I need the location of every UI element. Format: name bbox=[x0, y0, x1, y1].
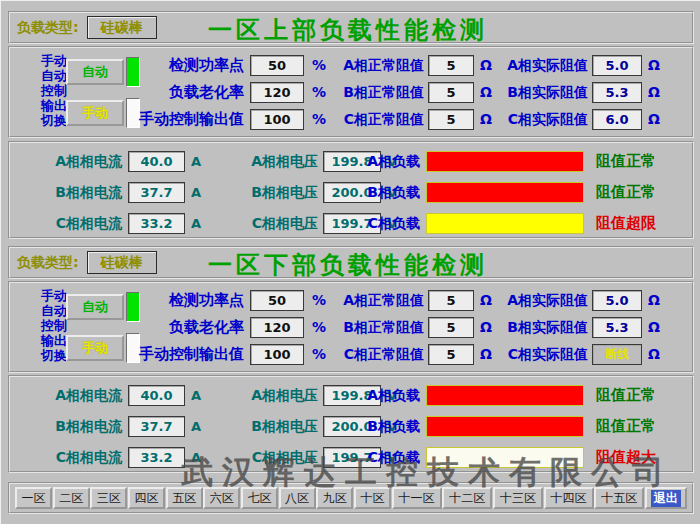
load-type-button[interactable]: 硅碳棒 bbox=[87, 16, 157, 39]
tab-zone-11[interactable]: 十一区 bbox=[392, 487, 442, 509]
load-label: A相负载 bbox=[340, 385, 420, 406]
tab-zone-2[interactable]: 二区 bbox=[53, 487, 90, 509]
current-readout: 37.7 bbox=[128, 182, 185, 203]
current-label: A相相电流 bbox=[10, 385, 122, 406]
measure-row: B相相电流 37.7 A B相相电压 200.0 V B相负载 阻值正常 bbox=[10, 182, 692, 203]
setting-input[interactable]: 120 bbox=[250, 82, 304, 103]
current-readout: 33.2 bbox=[128, 213, 185, 234]
normal-res-input[interactable]: 5 bbox=[428, 82, 474, 103]
ohm-unit: Ω bbox=[648, 82, 660, 103]
actual-res-label: C相实际阻值 bbox=[496, 344, 588, 365]
ampere-unit: A bbox=[191, 447, 201, 468]
tab-zone-9[interactable]: 九区 bbox=[316, 487, 353, 509]
section2-header-panel: 负载类型: 硅碳棒 一区下部负载性能检测 bbox=[8, 246, 694, 279]
load-bar bbox=[426, 213, 584, 234]
ampere-unit: A bbox=[191, 416, 201, 437]
setting-label: 检测功率点 bbox=[10, 290, 244, 311]
load-bar-fill bbox=[427, 183, 583, 203]
tab-zone-3[interactable]: 三区 bbox=[90, 487, 127, 509]
tab-zone-7[interactable]: 七区 bbox=[241, 487, 278, 509]
voltage-label: A相相电压 bbox=[210, 385, 318, 406]
tab-zone-6[interactable]: 六区 bbox=[203, 487, 240, 509]
normal-res-input[interactable]: 5 bbox=[428, 109, 474, 130]
tab-zone-12[interactable]: 十二区 bbox=[442, 487, 492, 509]
measure-row: C相相电流 33.2 A C相相电压 199.7 V C相负载 阻值超限 bbox=[10, 213, 692, 234]
setting-label: 负载老化率 bbox=[10, 317, 244, 338]
normal-res-input[interactable]: 5 bbox=[428, 317, 474, 338]
normal-res-label: A相正常阻值 bbox=[328, 290, 424, 311]
load-type-label: 负载类型: bbox=[17, 19, 79, 37]
tab-zone-15[interactable]: 十五区 bbox=[594, 487, 644, 509]
ampere-unit: A bbox=[191, 213, 201, 234]
percent-unit: % bbox=[312, 290, 326, 311]
normal-res-input[interactable]: 5 bbox=[428, 344, 474, 365]
normal-res-input[interactable]: 5 bbox=[428, 290, 474, 311]
setting-label: 手动控制输出值 bbox=[10, 109, 244, 130]
setting-input[interactable]: 100 bbox=[250, 109, 304, 130]
actual-res-readout: 6.0 bbox=[592, 109, 642, 130]
load-bar bbox=[426, 447, 584, 468]
normal-res-label: B相正常阻值 bbox=[328, 82, 424, 103]
measure-row: A相相电流 40.0 A A相相电压 199.8 V A相负载 阻值正常 bbox=[10, 151, 692, 172]
tab-zone-14[interactable]: 十四区 bbox=[544, 487, 594, 509]
voltage-label: A相相电压 bbox=[210, 151, 318, 172]
ohm-unit: Ω bbox=[648, 109, 660, 130]
load-label: A相负载 bbox=[340, 151, 420, 172]
tab-zone-10[interactable]: 十区 bbox=[354, 487, 391, 509]
current-readout: 40.0 bbox=[128, 385, 185, 406]
setting-input[interactable]: 120 bbox=[250, 317, 304, 338]
actual-res-readout: 5.3 bbox=[592, 317, 642, 338]
actual-res-label: C相实际阻值 bbox=[496, 109, 588, 130]
ohm-unit: Ω bbox=[648, 290, 660, 311]
ampere-unit: A bbox=[191, 182, 201, 203]
tab-zone-4[interactable]: 四区 bbox=[128, 487, 165, 509]
exit-button-label: 退出 bbox=[651, 490, 681, 507]
status-badge: 阻值正常 bbox=[596, 385, 656, 406]
normal-res-label: B相正常阻值 bbox=[328, 317, 424, 338]
current-readout: 37.7 bbox=[128, 416, 185, 437]
section2-title: 一区下部负载性能检测 bbox=[208, 249, 488, 281]
actual-res-readout: 5.0 bbox=[592, 55, 642, 76]
tab-zone-13[interactable]: 十三区 bbox=[493, 487, 543, 509]
setting-input[interactable]: 50 bbox=[250, 55, 304, 76]
status-badge: 阻值正常 bbox=[596, 182, 656, 203]
tab-zone-8[interactable]: 八区 bbox=[279, 487, 316, 509]
voltage-label: C相相电压 bbox=[210, 213, 318, 234]
load-type-button[interactable]: 硅碳棒 bbox=[87, 251, 157, 274]
ohm-unit: Ω bbox=[480, 290, 492, 311]
ampere-unit: A bbox=[191, 385, 201, 406]
ohm-unit: Ω bbox=[648, 55, 660, 76]
section1-measure-panel: A相相电流 40.0 A A相相电压 199.8 V A相负载 阻值正常 B相相… bbox=[8, 141, 694, 239]
ohm-unit: Ω bbox=[480, 109, 492, 130]
status-badge: 阻值超限 bbox=[596, 213, 656, 234]
normal-res-label: A相正常阻值 bbox=[328, 55, 424, 76]
exit-button[interactable]: 退出 bbox=[645, 487, 687, 509]
measure-row: A相相电流 40.0 A A相相电压 199.8 V A相负载 阻值正常 bbox=[10, 385, 692, 406]
current-readout: 40.0 bbox=[128, 151, 185, 172]
measure-row: C相相电流 33.2 A C相相电压 199.7 V C相负载 阻值超大 bbox=[10, 447, 692, 468]
percent-unit: % bbox=[312, 55, 326, 76]
load-bar-fill bbox=[427, 214, 583, 234]
voltage-label: B相相电压 bbox=[210, 182, 318, 203]
section1-header-panel: 负载类型: 硅碳棒 一区上部负载性能检测 bbox=[8, 11, 694, 44]
load-label: B相负载 bbox=[340, 416, 420, 437]
current-readout: 33.2 bbox=[128, 447, 185, 468]
setting-label: 负载老化率 bbox=[10, 82, 244, 103]
setting-input[interactable]: 50 bbox=[250, 290, 304, 311]
normal-res-label: C相正常阻值 bbox=[328, 109, 424, 130]
percent-unit: % bbox=[312, 344, 326, 365]
setting-input[interactable]: 100 bbox=[250, 344, 304, 365]
actual-res-label: B相实际阻值 bbox=[496, 82, 588, 103]
normal-res-label: C相正常阻值 bbox=[328, 344, 424, 365]
ampere-unit: A bbox=[191, 151, 201, 172]
ohm-unit: Ω bbox=[648, 344, 660, 365]
load-label: C相负载 bbox=[340, 447, 420, 468]
tab-zone-5[interactable]: 五区 bbox=[166, 487, 203, 509]
normal-res-input[interactable]: 5 bbox=[428, 55, 474, 76]
load-bar-fill bbox=[427, 386, 583, 406]
percent-unit: % bbox=[312, 109, 326, 130]
tab-zone-1[interactable]: 一区 bbox=[15, 487, 52, 509]
current-label: B相相电流 bbox=[10, 416, 122, 437]
actual-res-label: A相实际阻值 bbox=[496, 55, 588, 76]
percent-unit: % bbox=[312, 317, 326, 338]
